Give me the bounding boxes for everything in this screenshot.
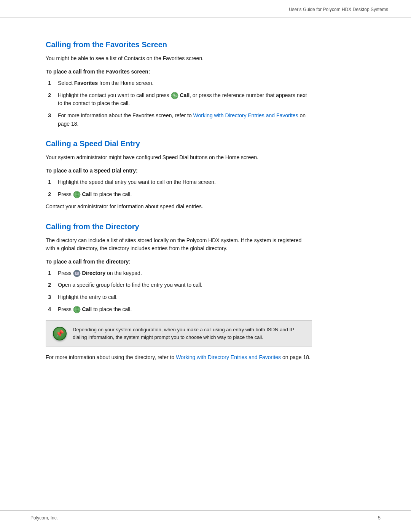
speed-dial-step-1: 1 Highlight the speed dial entry you wan…	[46, 178, 312, 187]
note-text: Depending on your system configuration, …	[73, 326, 306, 341]
directory-link[interactable]: Working with Directory Entries and Favor…	[176, 354, 281, 360]
favorites-link[interactable]: Working with Directory Entries and Favor…	[193, 112, 298, 118]
step-number-2: 2	[46, 91, 51, 100]
dir-step-number-4: 4	[46, 305, 51, 314]
directory-icon	[73, 270, 81, 277]
sd-step-content-2: Press Call to place the call.	[58, 190, 312, 199]
dir-call-text-bold: Call	[82, 306, 92, 312]
dir-step-content-1: Press Directory on the keypad.	[58, 269, 312, 278]
section-favorites-subsection: To place a call from the Favorites scree…	[46, 69, 312, 75]
pin-symbol: 📌	[56, 329, 64, 338]
speed-dial-after-steps: Contact your administrator for informati…	[46, 203, 312, 211]
sd-step-number-1: 1	[46, 178, 51, 187]
call-icon-directory	[73, 306, 81, 313]
header-divider	[0, 17, 411, 18]
dir-step-number-2: 2	[46, 281, 51, 289]
directory-step-1: 1 Press Directory on the	[46, 269, 312, 278]
favorites-step-3: 3 For more information about the Favorit…	[46, 112, 312, 128]
sd-step-number-2: 2	[46, 190, 51, 199]
favorites-step-2: 2 Highlight the contact you want to call…	[46, 91, 312, 108]
note-box: 📌 Depending on your system configuration…	[46, 320, 312, 347]
page-container: User's Guide for Polycom HDX Desktop Sys…	[0, 0, 411, 532]
dir-step-number-3: 3	[46, 293, 51, 302]
speed-dial-steps-list: 1 Highlight the speed dial entry you wan…	[46, 178, 312, 198]
step-number-1: 1	[46, 79, 51, 88]
main-content: Calling from the Favorites Screen You mi…	[0, 29, 342, 396]
directory-step-4: 4 Press Call to place th	[46, 305, 312, 314]
section-favorites-intro: You might be able to see a list of Conta…	[46, 54, 312, 62]
call-icon-favorites	[171, 92, 178, 99]
sd-step-content-1: Highlight the speed dial entry you want …	[58, 178, 312, 187]
directory-steps-list: 1 Press Directory on the	[46, 269, 312, 314]
footer-page-number: 5	[378, 515, 381, 521]
section-favorites-title: Calling from the Favorites Screen	[46, 40, 312, 49]
step-content-3: For more information about the Favorites…	[58, 112, 312, 128]
step-content-2: Highlight the contact you want to call a…	[58, 91, 312, 108]
favorites-steps-list: 1 Select Favorites from the Home screen.…	[46, 79, 312, 128]
note-icon-container: 📌	[52, 326, 67, 340]
svg-point-14	[76, 272, 77, 273]
section-speed-dial: Calling a Speed Dial Entry Your system a…	[46, 139, 312, 211]
call-icon-speed-dial	[73, 191, 81, 198]
section-speed-dial-title: Calling a Speed Dial Entry	[46, 139, 312, 148]
step-number-3: 3	[46, 112, 51, 120]
section-speed-dial-subsection: To place a call to a Speed Dial entry:	[46, 168, 312, 174]
section-speed-dial-intro: Your system administrator might have con…	[46, 153, 312, 161]
directory-step-3: 3 Highlight the entry to call.	[46, 293, 312, 302]
favorites-step-1: 1 Select Favorites from the Home screen.	[46, 79, 312, 88]
note-pin-icon: 📌	[53, 327, 67, 340]
call-text-bold: Call	[180, 92, 190, 98]
dir-directory-bold: Directory	[82, 270, 105, 276]
section-directory-subsection: To place a call from the directory:	[46, 259, 312, 265]
speed-dial-step-2: 2 Press Call to place th	[46, 190, 312, 199]
page-header: User's Guide for Polycom HDX Desktop Sys…	[0, 0, 411, 17]
dir-step-content-2: Open a specific group folder to find the…	[58, 281, 312, 289]
section-directory: Calling from the Directory The directory…	[46, 222, 312, 362]
dir-step-content-3: Highlight the entry to call.	[58, 293, 312, 302]
dir-step-content-4: Press Call to place the call.	[58, 305, 312, 314]
directory-step-2: 2 Open a specific group folder to find t…	[46, 281, 312, 289]
sd-call-text-bold: Call	[82, 191, 92, 197]
footer-company: Polycom, Inc.	[30, 515, 58, 521]
favorites-bold: Favorites	[74, 80, 98, 86]
section-directory-intro: The directory can include a list of site…	[46, 236, 312, 252]
header-title: User's Guide for Polycom HDX Desktop Sys…	[289, 7, 388, 12]
directory-after-note: For more information about using the dir…	[46, 353, 312, 362]
step-content-1: Select Favorites from the Home screen.	[58, 79, 312, 88]
section-directory-title: Calling from the Directory	[46, 222, 312, 231]
page-footer: Polycom, Inc. 5	[0, 510, 411, 521]
dir-step-number-1: 1	[46, 269, 51, 278]
section-favorites: Calling from the Favorites Screen You mi…	[46, 40, 312, 128]
